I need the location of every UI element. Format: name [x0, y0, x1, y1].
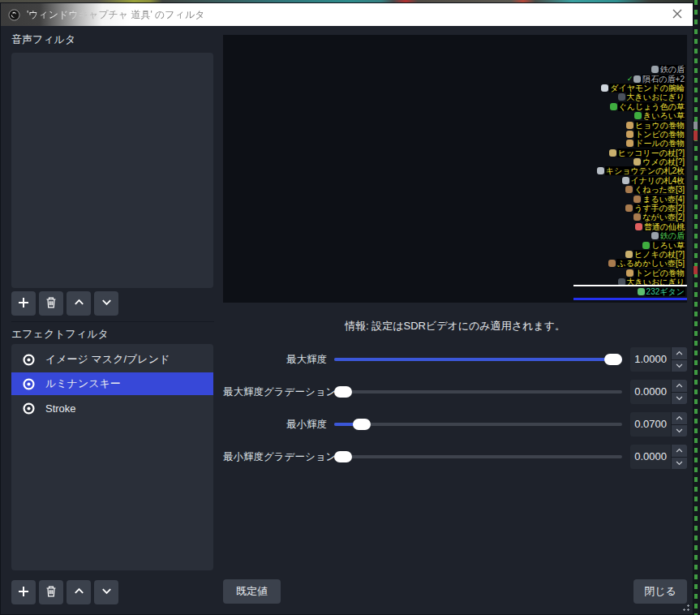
- staff-icon: [625, 251, 633, 258]
- value-text[interactable]: 0.0700: [630, 412, 671, 437]
- effect-filter-row[interactable]: イメージ マスク/ブレンド: [11, 348, 213, 371]
- pot-icon: [633, 196, 641, 203]
- spin-up-button[interactable]: [672, 412, 687, 424]
- game-item-row: ✓ 鉄の盾: [651, 231, 685, 240]
- item-label: ウメの杖[?]: [642, 157, 685, 166]
- move-filter-up-button[interactable]: [67, 291, 91, 316]
- onigiri-icon: [618, 93, 625, 101]
- add-filter-button[interactable]: [11, 291, 36, 316]
- slider-handle[interactable]: [604, 354, 622, 365]
- add-filter-button[interactable]: [11, 580, 36, 604]
- value-text[interactable]: 1.0000: [630, 347, 671, 372]
- audio-filters-toolbar: [11, 291, 118, 316]
- slider-row: 最大輝度 1.0000: [223, 347, 687, 372]
- slider-handle[interactable]: [353, 419, 371, 430]
- talisman-icon: [622, 177, 629, 184]
- effect-filter-row[interactable]: Stroke: [11, 397, 213, 419]
- money-row: ✓ 232ギタン: [638, 287, 685, 296]
- spin-up-button[interactable]: [672, 380, 687, 392]
- visibility-eye-icon[interactable]: [22, 353, 36, 367]
- chevron-up-icon: [73, 585, 85, 600]
- defaults-button[interactable]: 既定値: [223, 579, 281, 604]
- audio-filters-list[interactable]: [11, 53, 213, 288]
- grass-icon: [634, 112, 642, 119]
- pot-icon: [633, 213, 641, 221]
- value-text[interactable]: 0.0000: [630, 445, 671, 469]
- visibility-eye-icon[interactable]: [22, 402, 36, 415]
- remove-filter-button[interactable]: [39, 291, 63, 316]
- staff-icon: [609, 149, 616, 157]
- game-item-row: ✓ トンビの巻物: [626, 130, 685, 139]
- value-spinbox[interactable]: 0.0000: [630, 445, 687, 469]
- item-label: ながい壺[2]: [642, 213, 685, 221]
- value-text[interactable]: 0.0000: [630, 380, 671, 404]
- slider-fill: [334, 423, 354, 426]
- move-filter-down-button[interactable]: [94, 580, 118, 604]
- section-divider: [11, 321, 214, 322]
- filter-preview: ✓ 鉄の盾 ✓ 隕石の盾+2 ✓ ダイヤモンドの腕輪 ✓ 大きいおにぎり ✓ ぐ…: [223, 35, 687, 303]
- item-label: しろい草: [651, 241, 685, 250]
- chevron-down-icon: [101, 296, 113, 311]
- slider-track[interactable]: [334, 419, 622, 430]
- game-item-row: ✓ ウメの杖[?]: [633, 157, 685, 166]
- spin-up-button[interactable]: [672, 347, 687, 359]
- game-item-row: ✓ きいろい草: [634, 111, 685, 120]
- effect-filters-header: エフェクトフィルタ: [11, 327, 109, 342]
- effect-filter-label: イメージ マスク/ブレンド: [45, 352, 170, 367]
- game-item-row: ✓ ダイヤモンドの腕輪: [601, 84, 685, 92]
- game-item-row: ✓ ドールの巻物: [626, 139, 685, 148]
- talisman-icon: [597, 167, 604, 174]
- window-title: 'ウィンドウキャプチャ 道具' のフィルタ: [27, 8, 204, 22]
- slider-track[interactable]: [334, 451, 622, 462]
- game-item-row: ✓ 普通の仙桃: [635, 222, 685, 231]
- spin-down-button[interactable]: [672, 424, 687, 437]
- value-spinbox[interactable]: 1.0000: [630, 347, 687, 372]
- preview-separator-white: [573, 285, 687, 286]
- close-icon[interactable]: [670, 7, 685, 22]
- close-button[interactable]: 閉じる: [633, 579, 687, 604]
- scroll-icon: [626, 122, 633, 129]
- item-label: イナリの札4枚: [630, 176, 686, 185]
- effect-filters-list[interactable]: イメージ マスク/ブレンド ルミナンスキー Stroke: [11, 344, 213, 570]
- bracelet-icon: [601, 84, 608, 92]
- slider-fill: [334, 358, 622, 361]
- game-item-row: ✓ ながい壺[2]: [633, 213, 685, 221]
- audio-filters-header: 音声フィルタ: [11, 32, 75, 47]
- value-spinbox[interactable]: 0.0700: [630, 412, 687, 437]
- effect-filter-label: Stroke: [45, 402, 76, 415]
- game-item-row: ✓ キショウテンの札2枚: [597, 166, 685, 175]
- slider-handle[interactable]: [334, 451, 352, 462]
- move-filter-down-button[interactable]: [94, 291, 118, 316]
- slider-row: 最大輝度グラデーション 0.0000: [223, 380, 687, 404]
- titlebar[interactable]: 'ウィンドウキャプチャ 道具' のフィルタ: [1, 3, 693, 26]
- background-sliver-right: [694, 0, 700, 615]
- background-block: [694, 131, 698, 140]
- slider-track[interactable]: [334, 386, 622, 398]
- spin-down-button[interactable]: [672, 359, 687, 372]
- item-label: きいろい草: [642, 111, 685, 120]
- game-item-row: ✓ ヒノキの杖[?]: [625, 250, 685, 259]
- pot-icon: [608, 260, 616, 267]
- effect-filter-row[interactable]: ルミナンスキー: [11, 372, 213, 395]
- item-label: ヒノキの杖[?]: [633, 250, 685, 259]
- plus-icon: [17, 296, 30, 312]
- chevron-up-icon: [73, 296, 85, 311]
- game-item-row: ✓ まるい壺[4]: [633, 194, 685, 203]
- value-spinbox[interactable]: 0.0000: [630, 380, 687, 404]
- spin-down-button[interactable]: [672, 392, 687, 405]
- item-label: 大きいおにぎり: [626, 92, 685, 101]
- spin-up-button[interactable]: [672, 445, 687, 457]
- trash-icon: [45, 585, 58, 600]
- visibility-eye-icon[interactable]: [22, 377, 36, 391]
- remove-filter-button[interactable]: [39, 580, 63, 604]
- item-label: 232ギタン: [646, 287, 685, 296]
- spin-down-button[interactable]: [672, 457, 687, 470]
- slider-handle[interactable]: [334, 386, 352, 398]
- plus-icon: [17, 585, 30, 600]
- slider-track[interactable]: [334, 354, 622, 365]
- game-item-row: ✓ うす手の壺[2]: [625, 204, 685, 213]
- filters-dialog: 'ウィンドウキャプチャ 道具' のフィルタ 音声フィルタ エフェクトフィルタ イ…: [0, 2, 694, 615]
- game-item-row: ✓ 大きいおにぎり: [618, 92, 685, 101]
- trash-icon: [45, 296, 58, 312]
- move-filter-up-button[interactable]: [67, 580, 91, 604]
